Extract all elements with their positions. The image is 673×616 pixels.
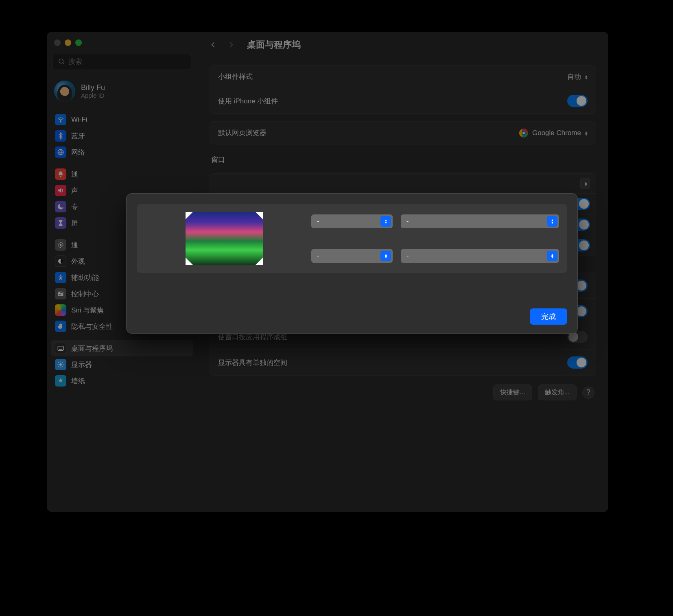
corner-select-bottomright[interactable]: -: [401, 249, 559, 263]
select-value: -: [317, 252, 319, 260]
select-value: -: [317, 218, 319, 225]
corner-select-topright[interactable]: -: [401, 214, 559, 228]
corner-indicator-br: [256, 258, 263, 265]
corner-select-bottomleft[interactable]: -: [311, 249, 393, 263]
select-value: -: [406, 218, 409, 225]
updown-icon: [547, 251, 557, 261]
screen-thumbnail: [186, 212, 263, 265]
updown-icon: [380, 251, 391, 261]
updown-icon: [380, 216, 391, 227]
hotcorners-modal: - - - - 完成: [126, 193, 578, 334]
corner-select-topleft[interactable]: -: [311, 214, 393, 228]
corner-indicator-tl: [186, 212, 193, 219]
updown-icon: [547, 216, 557, 227]
done-button[interactable]: 完成: [530, 308, 567, 325]
select-value: -: [406, 252, 409, 260]
hotcorners-grid: - - - -: [137, 204, 567, 273]
corner-indicator-tr: [256, 212, 263, 219]
corner-indicator-bl: [186, 258, 193, 265]
